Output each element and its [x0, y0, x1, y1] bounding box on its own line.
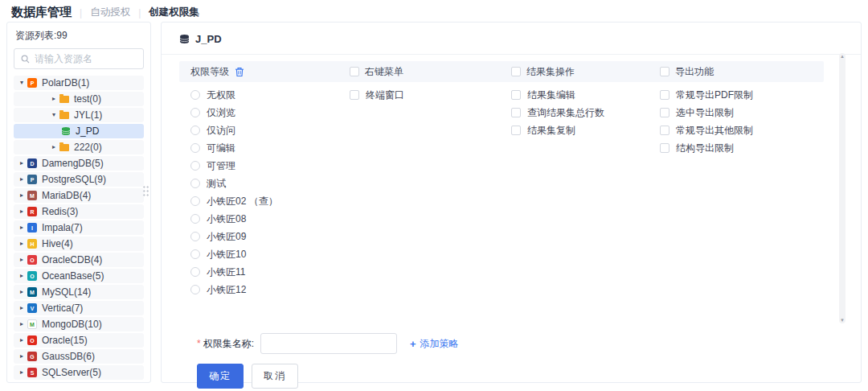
tree-item-redis-3[interactable]: ▸RRedis(3) — [14, 204, 144, 219]
option-row[interactable]: 常规导出PDF限制 — [660, 88, 824, 101]
panel-resize-handle[interactable] — [142, 185, 149, 197]
radio-button[interactable] — [190, 267, 200, 277]
tree-item-mysql-14[interactable]: ▸MMySQL(14) — [14, 285, 144, 299]
radio-button[interactable] — [190, 285, 200, 294]
option-row[interactable]: 查询结果集总行数 — [511, 106, 649, 119]
postgresql-icon: P — [27, 175, 37, 184]
option-row[interactable]: 可管理 — [190, 159, 338, 172]
option-row[interactable]: 小铁匠08 — [190, 212, 338, 225]
caret-right-icon[interactable]: ▸ — [17, 208, 27, 215]
permission-set-name-input[interactable] — [260, 333, 397, 354]
scroll-down-icon[interactable]: ▼ — [840, 317, 845, 323]
option-row[interactable]: 结构导出限制 — [660, 142, 824, 154]
option-row[interactable]: 选中导出限制 — [660, 106, 824, 119]
option-row[interactable]: 结果集编辑 — [511, 88, 649, 101]
caret-right-icon[interactable]: ▸ — [17, 176, 27, 183]
caret-right-icon[interactable]: ▸ — [17, 337, 27, 344]
gaussdb-icon: G — [27, 352, 37, 361]
checkbox[interactable] — [660, 90, 669, 100]
tree-item-j_pd[interactable]: J_PD — [14, 124, 144, 138]
tree-item-mariadb-4[interactable]: ▸MMariaDB(4) — [14, 188, 144, 203]
option-row[interactable]: 可编辑 — [190, 142, 338, 154]
option-row[interactable]: 仅浏览 — [190, 106, 338, 119]
tree-item-oracle-15[interactable]: ▸OOracle(15) — [14, 333, 144, 348]
tree-item-vertica-7[interactable]: ▸VVertica(7) — [14, 301, 144, 315]
title-separator: | — [138, 7, 141, 19]
option-row[interactable]: 小铁匠11 — [190, 265, 338, 278]
tree-item-oceanbase-5[interactable]: ▸OOceanBase(5) — [14, 269, 144, 283]
option-row[interactable]: 小铁匠02 （查） — [190, 195, 338, 208]
tab-create-permission-set[interactable]: 创建权限集 — [149, 6, 199, 19]
caret-down-icon[interactable]: ▾ — [49, 112, 59, 118]
option-row[interactable]: 小铁匠09 — [190, 230, 338, 243]
checkbox[interactable] — [660, 143, 669, 153]
radio-button[interactable] — [190, 232, 200, 241]
resource-search[interactable] — [14, 48, 144, 69]
confirm-button[interactable]: 确定 — [197, 364, 244, 389]
caret-right-icon[interactable]: ▸ — [17, 192, 27, 199]
tree-item-222-0[interactable]: ▸222(0) — [14, 140, 144, 154]
tree-item-test-0[interactable]: ▸test(0) — [14, 92, 144, 106]
option-row[interactable]: 小铁匠12 — [190, 283, 338, 296]
select-all-checkbox[interactable] — [511, 67, 521, 76]
checkbox[interactable] — [511, 126, 521, 135]
scroll-up-icon[interactable]: ▲ — [840, 53, 845, 60]
radio-button[interactable] — [190, 108, 200, 117]
search-input[interactable] — [35, 53, 137, 64]
option-row[interactable]: 仅访问 — [190, 124, 338, 137]
tree-item-gaussdb-6[interactable]: ▸GGaussDB(6) — [14, 349, 144, 364]
caret-right-icon[interactable]: ▸ — [17, 353, 27, 360]
tree-item-label: PolarDB(1) — [42, 77, 89, 88]
tree-item-impala-7[interactable]: ▸IImpala(7) — [14, 220, 144, 235]
add-policy-link[interactable]: + 添加策略 — [410, 337, 459, 351]
select-all-checkbox[interactable] — [350, 67, 359, 76]
tree-item-postgresql-9[interactable]: ▸PPostgreSQL(9) — [14, 172, 144, 187]
option-row[interactable]: 结果集复制 — [511, 124, 649, 137]
checkbox[interactable] — [350, 90, 359, 100]
radio-button[interactable] — [190, 143, 200, 153]
caret-right-icon[interactable]: ▸ — [17, 369, 27, 376]
option-row[interactable]: 无权限 — [190, 88, 338, 101]
option-row[interactable]: 终端窗口 — [350, 88, 500, 101]
caret-right-icon[interactable]: ▸ — [17, 305, 27, 311]
column-options-3: 常规导出PDF限制选中导出限制常规导出其他限制结构导出限制 — [649, 82, 824, 154]
caret-right-icon[interactable]: ▸ — [17, 257, 27, 263]
caret-right-icon[interactable]: ▸ — [17, 160, 27, 167]
caret-right-icon[interactable]: ▸ — [17, 241, 27, 247]
radio-button[interactable] — [190, 196, 200, 206]
delete-icon[interactable] — [235, 67, 244, 77]
tree-item-oraclecdb-4[interactable]: ▸OOracleCDB(4) — [14, 253, 144, 267]
tree-item-mongodb-10[interactable]: ▸MMongoDB(10) — [14, 317, 144, 331]
caret-down-icon[interactable]: ▾ — [17, 80, 27, 86]
tree-item-damengdb-5[interactable]: ▸DDamengDB(5) — [14, 156, 144, 171]
option-row[interactable]: 测试 — [190, 177, 338, 190]
caret-right-icon[interactable]: ▸ — [17, 289, 27, 295]
option-row[interactable]: 小铁匠10 — [190, 248, 338, 261]
caret-right-icon[interactable]: ▸ — [17, 224, 27, 231]
tree-item-sqlserver-5[interactable]: ▸SSQLServer(5) — [14, 365, 144, 380]
radio-button[interactable] — [190, 126, 200, 135]
checkbox[interactable] — [660, 108, 669, 117]
checkbox[interactable] — [511, 90, 521, 100]
caret-right-icon[interactable]: ▸ — [49, 96, 59, 102]
radio-button[interactable] — [190, 214, 200, 224]
radio-button[interactable] — [190, 179, 200, 188]
option-row[interactable]: 常规导出其他限制 — [660, 124, 824, 137]
tree-item-hive-4[interactable]: ▸HHive(4) — [14, 237, 144, 251]
cancel-button[interactable]: 取消 — [252, 364, 298, 389]
caret-right-icon[interactable]: ▸ — [17, 273, 27, 279]
checkbox[interactable] — [511, 108, 521, 117]
tree-item-jyl-1[interactable]: ▾JYL(1) — [14, 108, 144, 122]
radio-button[interactable] — [190, 249, 200, 259]
radio-button[interactable] — [190, 161, 200, 171]
select-all-checkbox[interactable] — [660, 67, 669, 76]
caret-right-icon[interactable]: ▸ — [17, 321, 27, 327]
tree-item-polardb-1[interactable]: ▾PPolarDB(1) — [14, 76, 144, 90]
tab-auto-authorize[interactable]: 自动授权 — [90, 6, 130, 19]
radio-button[interactable] — [190, 90, 200, 100]
caret-right-icon[interactable]: ▸ — [49, 144, 59, 150]
tree-item-label: MariaDB(4) — [42, 190, 91, 201]
sqlserver-icon: S — [27, 368, 37, 377]
checkbox[interactable] — [660, 126, 669, 135]
vertical-scrollbar[interactable]: ▲ ▼ — [839, 53, 845, 323]
